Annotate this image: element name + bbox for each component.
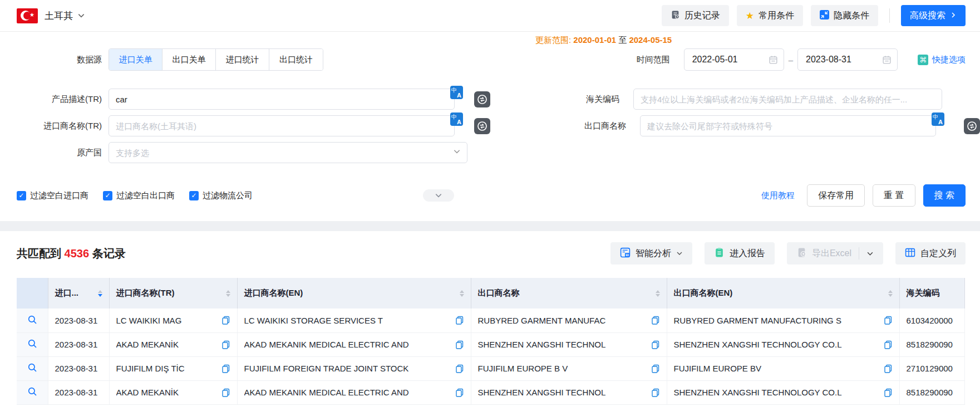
advanced-search-button[interactable]: 高级搜索 xyxy=(901,5,966,26)
custom-columns-label: 自定义列 xyxy=(920,248,956,260)
sort-control[interactable] xyxy=(220,290,230,297)
copy-icon[interactable] xyxy=(651,388,660,397)
divider xyxy=(889,8,890,23)
copy-icon[interactable] xyxy=(651,340,660,349)
chevron-down-icon xyxy=(676,250,683,257)
copy-icon[interactable] xyxy=(221,316,230,325)
table-row: 2023-08-31 FUJIFILM DIŞ TİC FUJIFILM FOR… xyxy=(17,356,964,380)
column-header-exporter[interactable]: 出口商名称 xyxy=(471,278,667,309)
calendar-icon xyxy=(882,55,892,65)
enter-report-button[interactable]: 进入报告 xyxy=(705,242,775,265)
hide-conditions-button[interactable]: 隐藏条件 xyxy=(811,5,878,26)
filter-blank-exporter-checkbox[interactable]: ✓ 过滤空白出口商 xyxy=(103,190,175,201)
exporter-name-input[interactable] xyxy=(640,115,936,136)
cell-importer-en: AKAD MEKANIK MEDICAL ELECTRIC AND xyxy=(237,380,471,404)
collapse-form-button[interactable] xyxy=(423,189,454,202)
sort-control[interactable] xyxy=(650,290,660,297)
date-to-input[interactable]: 2023-08-31 xyxy=(797,48,898,71)
origin-country-select[interactable] xyxy=(109,142,467,163)
copy-icon[interactable] xyxy=(221,388,230,397)
product-description-label: 产品描述(TR) xyxy=(0,94,102,105)
copy-icon[interactable] xyxy=(884,316,893,325)
checkbox-label: 过滤空白进口商 xyxy=(30,190,88,201)
table-header-row: 进口... 进口商名称(TR) 进口商名称(EN) 出口商名称 出口商名称(EN… xyxy=(17,278,964,309)
match-count: 4536 xyxy=(65,247,90,260)
filter-logistics-checkbox[interactable]: ✓ 过滤物流公司 xyxy=(189,190,253,201)
ai-analysis-button[interactable]: BI 智能分析 xyxy=(610,242,692,265)
copy-icon[interactable] xyxy=(455,340,464,349)
cell-importer-en: AKAD MEKANIK MEDICAL ELECTRIC AND xyxy=(237,332,471,356)
sort-control[interactable] xyxy=(454,290,464,297)
favorites-button[interactable]: ★ 常用条件 xyxy=(737,5,803,26)
product-description-input[interactable] xyxy=(109,89,455,110)
match-suffix: 条记录 xyxy=(92,247,126,260)
cell-hs-code: 8518290090 xyxy=(899,380,964,404)
filter-blank-importer-checkbox[interactable]: ✓ 过滤空白进口商 xyxy=(17,190,88,201)
chevron-down-icon xyxy=(866,250,874,257)
row-detail-search-button[interactable] xyxy=(17,356,48,380)
translate-icon[interactable]: 中A xyxy=(450,112,463,126)
update-range-to: 2024-05-15 xyxy=(629,35,672,45)
date-from-input[interactable]: 2022-05-01 xyxy=(684,48,784,71)
tab-import-statistics[interactable]: 进口统计 xyxy=(216,49,269,70)
results-section: 共匹配到 4536 条记录 BI 智能分析 进入报告 xyxy=(0,231,980,416)
data-source-label: 数据源 xyxy=(0,55,102,65)
tutorial-link[interactable]: 使用教程 xyxy=(761,190,795,201)
time-range-label: 时间范围 xyxy=(617,55,670,65)
row-detail-search-button[interactable] xyxy=(17,332,48,356)
copy-icon[interactable] xyxy=(455,388,464,397)
export-icon xyxy=(796,247,807,260)
data-source-tabs: 进口关单 出口关单 进口统计 出口统计 xyxy=(109,48,323,71)
quick-options-button[interactable]: ⌘ 快捷选项 xyxy=(918,55,966,65)
column-header-exporter-en[interactable]: 出口商名称(EN) xyxy=(667,278,899,309)
copy-icon[interactable] xyxy=(221,364,230,373)
copy-icon[interactable] xyxy=(884,340,893,349)
ai-analysis-label: 智能分析 xyxy=(636,248,671,260)
column-header-importer-en[interactable]: 进口商名称(EN) xyxy=(237,278,471,309)
cell-exporter: SHENZHEN XANGSHI TECHNOL xyxy=(471,332,667,356)
chevron-down-icon xyxy=(453,148,461,158)
copy-icon[interactable] xyxy=(651,364,660,373)
tab-import-declarations[interactable]: 进口关单 xyxy=(109,49,162,70)
hs-code-input[interactable] xyxy=(633,89,942,110)
column-header-importer-tr[interactable]: 进口商名称(TR) xyxy=(109,278,237,309)
sort-control[interactable] xyxy=(92,290,102,297)
synonym-search-icon[interactable] xyxy=(964,118,980,134)
copy-icon[interactable] xyxy=(884,364,893,373)
copy-icon[interactable] xyxy=(221,340,230,349)
copy-icon[interactable] xyxy=(884,388,893,397)
calendar-icon xyxy=(769,55,778,65)
cell-exporter: FUJIFILM EUROPE B V xyxy=(471,356,667,380)
synonym-search-icon[interactable] xyxy=(474,91,490,107)
checkbox-checked-icon: ✓ xyxy=(189,191,199,200)
synonym-search-icon[interactable] xyxy=(474,118,490,134)
copy-icon[interactable] xyxy=(651,316,660,325)
columns-icon xyxy=(905,247,915,260)
column-header-hs-code: 海关编码 xyxy=(899,278,964,309)
reset-button[interactable]: 重 置 xyxy=(873,184,915,207)
custom-columns-button[interactable]: 自定义列 xyxy=(895,242,966,265)
sort-control[interactable] xyxy=(883,290,893,297)
tab-export-statistics[interactable]: 出口统计 xyxy=(269,49,323,70)
country-chevron-down-icon[interactable] xyxy=(77,12,85,19)
row-detail-search-button[interactable] xyxy=(17,380,48,404)
date-from-value: 2022-05-01 xyxy=(692,55,738,65)
save-favorite-button[interactable]: 保存常用 xyxy=(807,184,865,207)
chevron-right-icon xyxy=(950,11,957,21)
bi-chart-icon: BI xyxy=(620,247,631,260)
row-detail-search-button[interactable] xyxy=(17,309,48,332)
copy-icon[interactable] xyxy=(455,364,464,373)
search-button[interactable]: 搜 索 xyxy=(923,184,966,207)
copy-icon[interactable] xyxy=(455,316,464,325)
export-excel-split-button[interactable]: 导出Excel xyxy=(787,242,883,265)
row-select-column-header xyxy=(17,278,48,309)
translate-icon[interactable]: 中A xyxy=(932,112,944,126)
cell-import-date: 2023-08-31 xyxy=(48,309,109,332)
cell-exporter: RUBYRED GARMENT MANUFAC xyxy=(471,309,667,332)
column-header-import-date[interactable]: 进口... xyxy=(48,278,109,309)
history-button[interactable]: 历史记录 xyxy=(662,5,729,26)
tab-export-declarations[interactable]: 出口关单 xyxy=(162,49,216,70)
importer-name-input[interactable] xyxy=(109,115,455,136)
translate-icon[interactable]: 中A xyxy=(450,86,463,99)
top-bar: ★ 土耳其 历史记录 ★ 常用条件 隐藏条件 高级搜索 xyxy=(0,0,980,32)
